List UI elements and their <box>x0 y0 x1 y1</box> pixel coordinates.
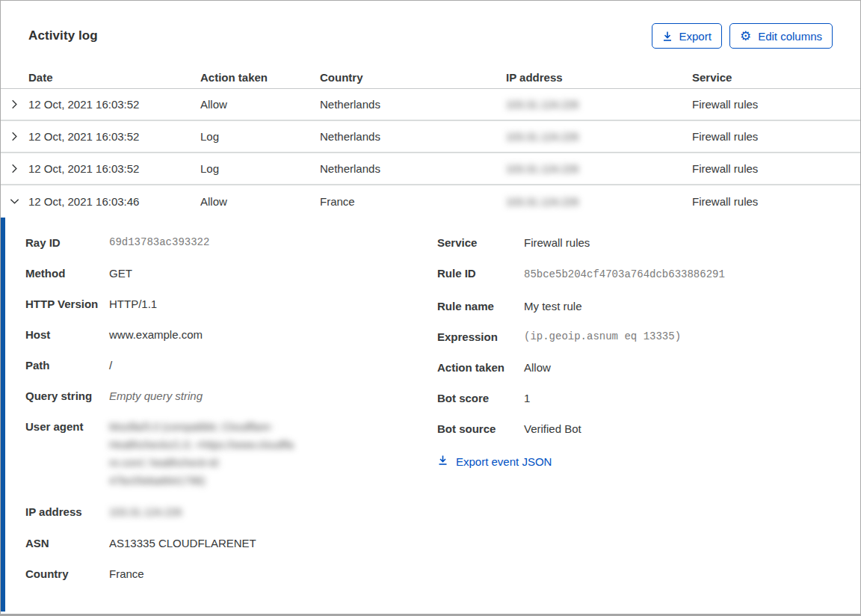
detail-value-http-version: HTTP/1.1 <box>109 295 157 312</box>
redacted-ip-address: 103.31.124.226 <box>506 196 578 208</box>
cell-service: Firewall rules <box>692 98 860 111</box>
cell-action-taken: Log <box>200 162 320 175</box>
detail-label: Query string <box>25 387 109 404</box>
redacted-ip-address: 103.31.124.226 <box>506 131 578 143</box>
detail-label: Action taken <box>437 359 524 376</box>
detail-left-column: Ray ID69d13783ac393322 MethodGET HTTP Ve… <box>5 234 417 596</box>
column-header-service: Service <box>692 71 860 84</box>
detail-value-user-agent: Mozilla/5.0 (compatible; Cloudflare- Hea… <box>109 418 294 490</box>
redacted-ip-address: 103.31.124.226 <box>109 504 182 521</box>
cell-action-taken: Log <box>200 130 320 143</box>
detail-label: IP address <box>25 503 109 521</box>
detail-label: Ray ID <box>25 234 109 251</box>
cell-date: 12 Oct, 2021 16:03:46 <box>28 195 200 208</box>
redacted-user-agent-line: re.com/; healthcheck-id: <box>109 455 220 472</box>
edit-columns-button[interactable]: ⚙ Edit columns <box>729 23 833 49</box>
cell-action-taken: Allow <box>200 98 320 111</box>
download-icon <box>437 455 448 468</box>
cell-service: Firewall rules <box>692 130 860 143</box>
detail-value-bot-source: Verified Bot <box>524 420 581 437</box>
collapse-chevron-icon[interactable] <box>1 196 28 207</box>
cell-service: Firewall rules <box>692 195 860 208</box>
detail-label: ASN <box>25 535 109 552</box>
table-row[interactable]: 12 Oct, 2021 16:03:52 Log Netherlands 10… <box>1 121 860 153</box>
redacted-ip-address: 103.31.124.226 <box>506 99 578 111</box>
detail-value-rule-id: 85bce5b204cf4703a764dcb633886291 <box>524 265 725 284</box>
detail-value-country: France <box>109 565 144 582</box>
detail-value-expression: (ip.geoip.asnum eq 13335) <box>524 328 681 345</box>
detail-label: Host <box>25 326 109 343</box>
detail-label: Rule ID <box>437 265 524 284</box>
export-event-json-label: Export event JSON <box>456 455 552 468</box>
detail-value-query-string: Empty query string <box>109 387 203 404</box>
column-header-action-taken: Action taken <box>200 71 320 84</box>
table-row-expanded[interactable]: 12 Oct, 2021 16:03:46 Allow France 103.3… <box>1 185 860 218</box>
cell-country: Netherlands <box>320 130 506 143</box>
detail-label: Method <box>25 265 109 282</box>
export-button-label: Export <box>679 30 712 43</box>
cell-date: 12 Oct, 2021 16:03:52 <box>28 130 200 143</box>
detail-label: Service <box>437 234 524 251</box>
activity-log-card: Activity log Export ⚙ Edit columns Date … <box>0 0 861 616</box>
expand-chevron-icon[interactable] <box>1 163 28 174</box>
redacted-user-agent-line: Mozilla/5.0 (compatible; Cloudflare- <box>109 419 273 436</box>
detail-label: Country <box>25 565 109 582</box>
detail-value-bot-score: 1 <box>524 389 530 407</box>
detail-label: Bot score <box>437 389 524 407</box>
cell-action-taken: Allow <box>200 195 320 208</box>
detail-value-asn: AS13335 CLOUDFLARENET <box>109 535 256 552</box>
column-header-country: Country <box>320 71 506 84</box>
redacted-user-agent-line: 47bc05eba6641796) <box>109 472 205 490</box>
column-header-date: Date <box>28 71 200 84</box>
detail-label: User agent <box>25 418 109 490</box>
cell-service: Firewall rules <box>692 162 860 175</box>
edit-columns-button-label: Edit columns <box>758 30 822 43</box>
column-header-ip-address: IP address <box>506 71 692 84</box>
download-icon <box>662 31 673 42</box>
detail-value-service: Firewall rules <box>524 234 590 251</box>
detail-label: Bot source <box>437 420 524 437</box>
event-detail-panel: Ray ID69d13783ac393322 MethodGET HTTP Ve… <box>1 218 860 612</box>
export-button[interactable]: Export <box>652 23 722 49</box>
redacted-ip-address: 103.31.124.226 <box>506 163 578 175</box>
detail-value-path: / <box>109 357 112 374</box>
cell-date: 12 Oct, 2021 16:03:52 <box>28 162 200 175</box>
cell-country: Netherlands <box>320 98 506 111</box>
gear-icon: ⚙ <box>740 30 751 43</box>
expand-chevron-icon[interactable] <box>1 131 28 142</box>
table-row[interactable]: 12 Oct, 2021 16:03:52 Allow Netherlands … <box>1 89 860 121</box>
page-title: Activity log <box>28 28 98 43</box>
table-header-row: Date Action taken Country IP address Ser… <box>1 67 860 89</box>
expand-chevron-icon[interactable] <box>1 99 28 110</box>
toolbar-actions: Export ⚙ Edit columns <box>652 23 833 49</box>
detail-label: Path <box>25 357 109 374</box>
detail-value-action-taken: Allow <box>524 359 551 376</box>
topbar: Activity log Export ⚙ Edit columns <box>1 1 860 49</box>
detail-value-host: www.example.com <box>109 326 203 343</box>
detail-value-method: GET <box>109 265 132 282</box>
detail-value-ray-id: 69d13783ac393322 <box>109 234 209 251</box>
detail-label: Expression <box>437 328 524 345</box>
redacted-user-agent-line: Healthchecks/1.0; +https://www.cloudfla <box>109 437 294 454</box>
cell-date: 12 Oct, 2021 16:03:52 <box>28 98 200 111</box>
detail-value-rule-name: My test rule <box>524 298 582 315</box>
cell-country: Netherlands <box>320 162 506 175</box>
detail-label: HTTP Version <box>25 295 109 312</box>
detail-label: Rule name <box>437 298 524 315</box>
detail-right-column: ServiceFirewall rules Rule ID85bce5b204c… <box>417 234 860 469</box>
table-row[interactable]: 12 Oct, 2021 16:03:52 Log Netherlands 10… <box>1 153 860 185</box>
cell-country: France <box>320 195 506 208</box>
export-event-json-link[interactable]: Export event JSON <box>437 455 552 468</box>
